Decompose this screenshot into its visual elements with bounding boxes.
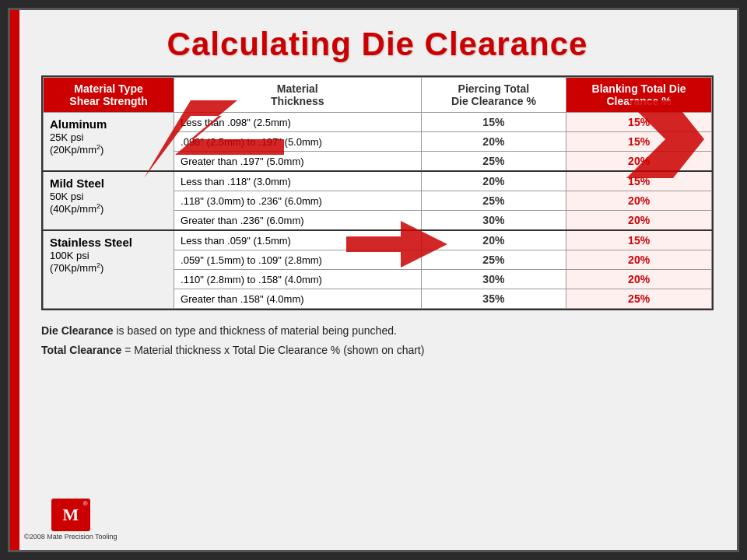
table-row: Aluminum 25K psi(20Kp/mm2) Less than .09… <box>44 113 712 132</box>
thickness-cell: Greater than .197" (5.0mm) <box>174 152 421 172</box>
blanking-pct: 15% <box>566 132 712 152</box>
material-stainless: Stainless Steel 100K psi(70Kp/mm2) <box>44 230 174 309</box>
blanking-pct: 15% <box>566 171 712 191</box>
clearance-table: Material TypeShear Strength MaterialThic… <box>43 77 712 309</box>
header-thickness: MaterialThickness <box>174 78 421 113</box>
logo-registered: ® <box>83 500 88 507</box>
red-accent-bar <box>10 10 19 550</box>
page-title: Calculating Die Clearance <box>41 26 714 63</box>
footnote-die-text: is based on type and thickness of materi… <box>117 324 397 337</box>
thickness-cell: Less than .098" (2.5mm) <box>174 113 421 132</box>
header-material: Material TypeShear Strength <box>44 78 174 113</box>
blanking-pct: 20% <box>566 270 712 289</box>
material-aluminum: Aluminum 25K psi(20Kp/mm2) <box>44 113 174 172</box>
slide: Calculating Die Clearance Material TypeS… <box>8 8 739 552</box>
clearance-table-wrapper: Material TypeShear Strength MaterialThic… <box>41 75 714 310</box>
term-total-clearance: Total Clearance <box>41 344 121 356</box>
logo-area: M ® ©2008 Mate Precision Tooling <box>24 499 117 541</box>
footnote-die-clearance: Die Clearance is based on type and thick… <box>41 321 714 341</box>
thickness-cell: .059" (1.5mm) to .109" (2.8mm) <box>174 250 421 270</box>
thickness-cell: .098" (2.5mm) to .197" (5.0mm) <box>174 132 421 152</box>
piercing-pct: 25% <box>421 152 566 172</box>
blanking-pct: 20% <box>566 152 712 172</box>
header-piercing: Piercing TotalDie Clearance % <box>421 78 566 113</box>
blanking-pct: 25% <box>566 289 712 309</box>
piercing-pct: 15% <box>421 113 566 132</box>
footnote-total-text: = Material thickness x Total Die Clearan… <box>124 344 424 356</box>
thickness-cell: Greater than .158" (4.0mm) <box>174 289 421 309</box>
thickness-cell: Greater than .236" (6.0mm) <box>174 211 421 231</box>
thickness-cell: .110" (2.8mm) to .158" (4.0mm) <box>174 270 421 289</box>
piercing-pct: 25% <box>421 250 566 270</box>
blanking-pct: 15% <box>566 230 712 250</box>
piercing-pct: 35% <box>421 289 566 309</box>
blanking-pct: 15% <box>566 113 712 132</box>
thickness-cell: Less than .118" (3.0mm) <box>174 171 421 191</box>
piercing-pct: 30% <box>421 211 566 231</box>
logo-copyright: ©2008 Mate Precision Tooling <box>24 533 117 541</box>
piercing-pct: 20% <box>421 230 566 250</box>
blanking-pct: 20% <box>566 191 712 211</box>
piercing-pct: 20% <box>421 171 566 191</box>
piercing-pct: 20% <box>421 132 566 152</box>
thickness-cell: .118" (3.0mm) to .236" (6.0mm) <box>174 191 421 211</box>
logo-letter: M <box>62 505 79 525</box>
term-die-clearance: Die Clearance <box>41 324 114 337</box>
mate-logo: M ® <box>51 499 90 531</box>
piercing-pct: 25% <box>421 191 566 211</box>
piercing-pct: 30% <box>421 270 566 289</box>
footnote-total-clearance: Total Clearance = Material thickness x T… <box>41 341 714 360</box>
blanking-pct: 20% <box>566 211 712 231</box>
footnotes-section: Die Clearance is based on type and thick… <box>41 321 714 360</box>
header-blanking: Blanking Total DieClearance % <box>566 78 712 113</box>
table-row: Mild Steel 50K psi(40Kp/mm2) Less than .… <box>44 171 712 191</box>
material-mild-steel: Mild Steel 50K psi(40Kp/mm2) <box>44 171 174 230</box>
table-row: Stainless Steel 100K psi(70Kp/mm2) Less … <box>44 230 712 250</box>
thickness-cell: Less than .059" (1.5mm) <box>174 230 421 250</box>
blanking-pct: 20% <box>566 250 712 270</box>
